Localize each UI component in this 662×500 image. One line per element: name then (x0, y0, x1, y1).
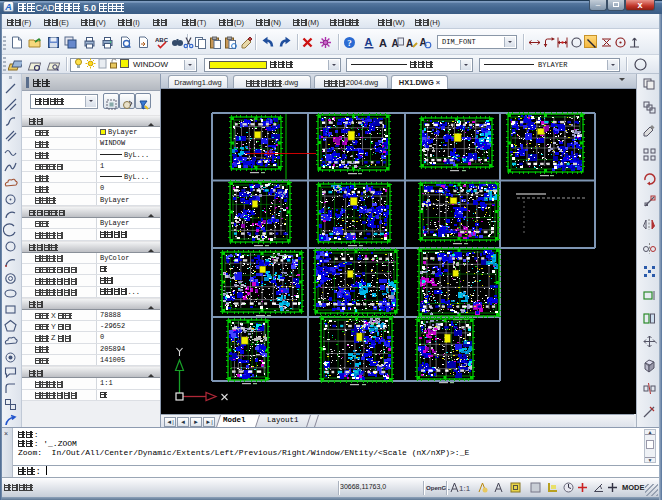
svg-text:A: A (365, 36, 373, 48)
svg-text:A: A (379, 37, 387, 49)
svg-text:?: ? (347, 38, 352, 48)
svg-text:1:1: 1:1 (459, 484, 471, 493)
svg-text:A: A (406, 38, 413, 49)
